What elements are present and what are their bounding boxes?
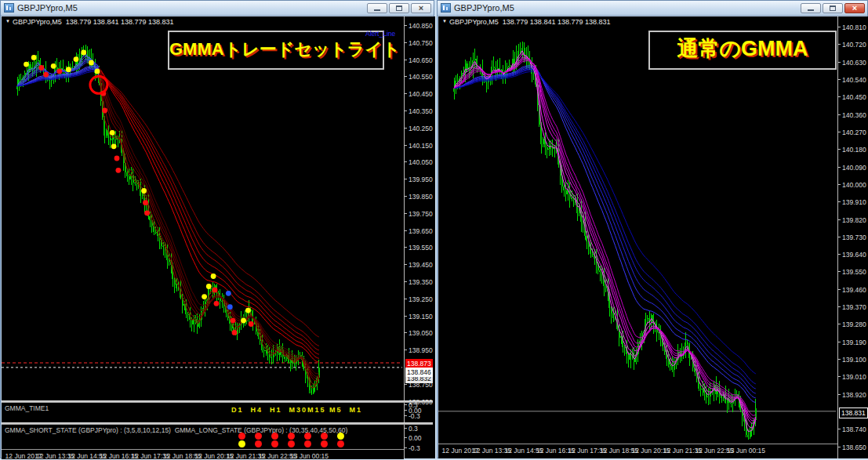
- panel-splitter[interactable]: [2, 400, 433, 403]
- indicator-name: GMMA_SHORT_STATE (GBPJPYpro) : (3,5,8,10…: [5, 426, 347, 434]
- price-tick-label: 138.920: [838, 391, 866, 399]
- ohlc-values: 138.779 138.841 138.779 138.831: [503, 18, 611, 26]
- indicator-name: GMMA_TIME1: [5, 404, 49, 412]
- gmma-state-dot-red: [238, 433, 245, 440]
- candlestick-chart[interactable]: [438, 19, 836, 442]
- price-tick-label: 140.810: [838, 24, 866, 31]
- gmma-state-dot-yellow: [238, 440, 245, 447]
- price-tick-label: 140.250: [405, 125, 433, 132]
- price-tick-label: 140.000: [838, 181, 866, 189]
- gmma-state-dot-red: [255, 433, 262, 440]
- price-tick-label: 140.630: [838, 59, 866, 67]
- price-tick-label: 139.010: [838, 373, 866, 381]
- price-tick-label: 138.740: [838, 426, 866, 433]
- window-title: GBPJPYpro,M5: [17, 3, 367, 13]
- banner-label: 通常のGMMA: [648, 31, 837, 70]
- price-tick-label: 140.540: [838, 76, 866, 84]
- price-tick-label: 139.750: [405, 210, 433, 218]
- gmma-state-dot-red: [288, 433, 295, 440]
- symbol-dropdown-icon[interactable]: ▼: [442, 19, 447, 24]
- indicator-scale-label: -0.3: [405, 412, 420, 420]
- price-tick-label: 139.370: [838, 303, 866, 311]
- indicator-scale-label: -0.3: [405, 444, 420, 452]
- chart-window-icon: [441, 3, 451, 13]
- gmma-state-dot-red: [288, 440, 295, 447]
- panel-splitter[interactable]: [2, 422, 433, 425]
- restore-button[interactable]: [823, 3, 843, 13]
- restore-icon: [396, 5, 402, 11]
- price-tick-label: 140.360: [838, 111, 866, 119]
- timeframe-labels: D1 H4 H1 M30M15 M5 M1: [231, 406, 362, 414]
- time-axis[interactable]: 12 Jun 201712 Jun 13:3512 Jun 14:5512 Ju…: [438, 444, 837, 457]
- ohlc-values: 138.779 138.841 138.779 138.831: [66, 18, 174, 26]
- price-tick-label: 139.550: [405, 244, 433, 252]
- ohlc-readout: ▼GBPJPYpro,M5 138.779 138.841 138.779 13…: [5, 18, 173, 26]
- price-axis[interactable]: 140.850140.750140.650140.550140.450140.3…: [404, 16, 435, 458]
- price-tick-label: 139.280: [838, 321, 866, 328]
- gmma-state-dot-red: [337, 440, 344, 447]
- bid-price-box: 138.846: [405, 368, 433, 377]
- price-tick-label: 140.150: [405, 142, 433, 150]
- price-tick-label: 139.190: [838, 339, 866, 346]
- time-axis[interactable]: 12 Jun 201712 Jun 13:3512 Jun 14:5512 Ju…: [2, 449, 404, 459]
- indicator-scale-label: 0.00: [405, 434, 422, 442]
- chart-window-icon: [4, 3, 14, 13]
- restore-button[interactable]: [389, 3, 409, 13]
- symbol-dropdown-icon[interactable]: ▼: [5, 19, 10, 24]
- price-tick-label: 140.850: [405, 22, 433, 30]
- window-titlebar[interactable]: GBPJPYpro,M5: [1, 1, 434, 16]
- price-tick-label: 139.950: [405, 176, 433, 183]
- price-tick-label: 139.250: [405, 295, 433, 303]
- minimize-button[interactable]: [367, 3, 387, 13]
- price-tick-label: 140.350: [405, 107, 433, 115]
- price-tick-label: 140.180: [838, 146, 866, 154]
- price-tick-label: 138.650: [838, 444, 866, 451]
- gmma-state-dot-red: [271, 433, 278, 440]
- banner-label: GMMAトレードセットライト: [168, 31, 384, 70]
- price-tick-label: 139.450: [405, 261, 433, 269]
- gmma-state-dot-red: [255, 440, 262, 447]
- window-title: GBPJPYpro,M5: [454, 3, 801, 13]
- price-tick-label: 140.750: [405, 39, 433, 47]
- price-tick-label: 139.730: [838, 234, 866, 241]
- window-titlebar[interactable]: GBPJPYpro,M5: [438, 1, 867, 16]
- minimize-icon: [374, 9, 380, 11]
- price-tick-label: 140.450: [838, 93, 866, 101]
- price-tick-label: 139.910: [838, 198, 866, 206]
- gmma-state-dot-red: [304, 440, 311, 447]
- price-tick-label: 139.150: [405, 313, 433, 321]
- close-button[interactable]: [844, 3, 865, 13]
- price-tick-label: 139.550: [838, 268, 866, 276]
- close-button[interactable]: [411, 3, 431, 13]
- mt4-workspace: { "windows": [ { "title": "GBPJPYpro,M5"…: [0, 0, 868, 460]
- ohlc-readout: ▼GBPJPYpro,M5 138.779 138.841 138.779 13…: [442, 18, 610, 26]
- time-tick-label: 13 Jun 00:15: [727, 447, 765, 455]
- price-tick-label: 140.270: [838, 129, 866, 136]
- price-tick-label: 140.650: [405, 56, 433, 64]
- price-tick-label: 139.350: [405, 278, 433, 286]
- price-tick-label: 139.820: [838, 216, 866, 224]
- price-tick-label: 140.450: [405, 90, 433, 98]
- current-price-line-box: 138.831: [839, 407, 868, 418]
- gmma-time-panel[interactable]: GMMA_TIME1 D1 H4 H1 M30M15 M5 M1: [2, 403, 404, 422]
- minimize-button[interactable]: [801, 3, 821, 13]
- time-tick-label: 13 Jun 00:15: [290, 452, 329, 460]
- price-tick-label: 139.050: [405, 329, 433, 337]
- restore-icon: [830, 5, 836, 11]
- price-tick-label: 139.850: [405, 193, 433, 201]
- price-axis[interactable]: 140.810140.720140.630140.540140.450140.3…: [837, 16, 868, 458]
- indicator-scale-label: 0.3: [405, 425, 418, 433]
- chart-client-area: ▼GBPJPYpro,M5 138.779 138.841 138.779 13…: [2, 16, 433, 458]
- gmma-state-dot-red: [271, 440, 278, 447]
- price-tick-label: 140.720: [838, 41, 866, 49]
- price-tick-label: 140.050: [405, 158, 433, 166]
- candlestick-chart[interactable]: [2, 19, 402, 400]
- gmma-state-dot-red: [321, 433, 328, 440]
- price-tick-label: 139.650: [405, 227, 433, 235]
- gmma-state-dot-yellow: [337, 433, 344, 440]
- chart-window-gmma-trade-set: GBPJPYpro,M5 ▼GBPJPYpro,M5 138.779 138.8…: [0, 0, 434, 458]
- gmma-state-panel[interactable]: GMMA_SHORT_STATE (GBPJPYpro) : (3,5,8,10…: [2, 425, 404, 449]
- price-tick-label: 139.100: [838, 356, 866, 364]
- price-tick-label: 139.460: [838, 286, 866, 294]
- price-tick-label: 140.550: [405, 73, 433, 81]
